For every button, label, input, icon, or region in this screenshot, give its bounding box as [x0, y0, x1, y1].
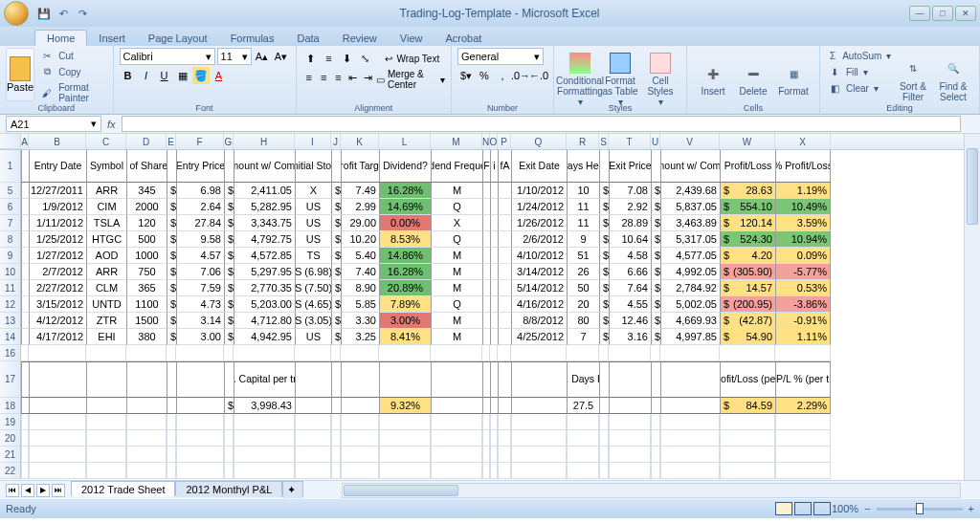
cell[interactable]: [498, 414, 511, 430]
cell[interactable]: 2,770.35: [234, 280, 295, 296]
cell[interactable]: [482, 414, 490, 430]
header-cell[interactable]: Dividend?: [379, 150, 431, 183]
cell[interactable]: [511, 345, 567, 361]
header-cell[interactable]: Days Held: [567, 150, 599, 183]
hscroll-thumb[interactable]: [344, 485, 458, 496]
cell-styles-button[interactable]: Cell Styles▾: [640, 48, 680, 112]
cell[interactable]: [490, 447, 498, 463]
cell[interactable]: [341, 414, 379, 430]
sheet-tab-new[interactable]: ✦: [282, 481, 303, 498]
col-header-M[interactable]: M: [431, 134, 482, 149]
cell[interactable]: $: [651, 280, 660, 296]
cell[interactable]: [482, 313, 490, 329]
cell[interactable]: [660, 430, 720, 447]
summary-label-cell[interactable]: [660, 361, 720, 398]
conditional-formatting-button[interactable]: Conditional Formatting▾: [560, 48, 600, 112]
view-pagebreak-button[interactable]: [813, 502, 831, 515]
header-cell[interactable]: fA: [498, 150, 511, 183]
cell[interactable]: 1500: [126, 313, 167, 329]
cell[interactable]: 9.58: [176, 231, 224, 248]
row-header[interactable]: 22: [0, 463, 21, 479]
cell[interactable]: 2,439.68: [660, 183, 720, 199]
col-header-G[interactable]: G: [224, 134, 234, 149]
header-cell[interactable]: Exit Price: [609, 150, 651, 183]
cell[interactable]: [379, 447, 431, 463]
cell[interactable]: [341, 447, 379, 463]
cell[interactable]: [567, 430, 599, 447]
cell[interactable]: [490, 199, 498, 215]
summary-label-cell[interactable]: [379, 361, 431, 398]
cell[interactable]: [482, 248, 490, 264]
cell[interactable]: 1.19%: [775, 183, 831, 199]
cell[interactable]: 8.90: [341, 280, 379, 296]
zoom-level[interactable]: 100%: [832, 503, 858, 514]
cell[interactable]: [86, 463, 126, 479]
align-center-button[interactable]: ≡: [317, 69, 330, 86]
cell[interactable]: [490, 414, 498, 430]
cell[interactable]: $: [651, 296, 660, 313]
cell[interactable]: 7.40: [341, 264, 379, 280]
row-header[interactable]: 6: [0, 199, 21, 215]
cell[interactable]: [609, 447, 651, 463]
cell[interactable]: 4,992.05: [660, 264, 720, 280]
cell[interactable]: [498, 264, 511, 280]
cell[interactable]: [21, 199, 29, 215]
cell[interactable]: [599, 430, 609, 447]
cell[interactable]: 5,203.00: [234, 296, 295, 313]
cell[interactable]: $: [599, 313, 609, 329]
cell[interactable]: $: [224, 215, 234, 231]
cell[interactable]: ARR: [86, 183, 126, 199]
header-cell[interactable]: [651, 150, 660, 183]
cell[interactable]: 7.89%: [379, 296, 431, 313]
header-cell[interactable]: Profit Target: [341, 150, 379, 183]
cell[interactable]: 10.20: [341, 231, 379, 248]
cell[interactable]: 0.00%: [379, 215, 431, 231]
summary-label-cell[interactable]: [482, 361, 490, 398]
cell[interactable]: 4,997.85: [660, 329, 720, 345]
cell[interactable]: [651, 345, 660, 361]
zoom-slider[interactable]: [877, 508, 963, 511]
cell[interactable]: [490, 215, 498, 231]
cell[interactable]: M: [431, 329, 482, 345]
cell[interactable]: $: [167, 280, 176, 296]
cell[interactable]: [86, 345, 126, 361]
row-header[interactable]: 11: [0, 280, 21, 296]
find-select-button[interactable]: 🔍Find & Select: [933, 48, 973, 112]
header-cell[interactable]: Entry Price: [176, 150, 224, 183]
cell[interactable]: [498, 248, 511, 264]
header-cell[interactable]: [599, 150, 609, 183]
header-cell[interactable]: [21, 150, 29, 183]
tab-review[interactable]: Review: [331, 31, 389, 46]
indent-dec-button[interactable]: ⇤: [346, 69, 360, 86]
cell[interactable]: [379, 414, 431, 430]
paste-button[interactable]: Paste: [6, 48, 34, 101]
cell[interactable]: [167, 430, 176, 447]
cell[interactable]: X: [295, 183, 331, 199]
cell[interactable]: 4.55: [609, 296, 651, 313]
align-bottom-button[interactable]: ⬇: [339, 50, 356, 67]
cell[interactable]: [234, 447, 295, 463]
cell[interactable]: [482, 264, 490, 280]
cell[interactable]: [176, 447, 224, 463]
cell[interactable]: 4,572.85: [234, 248, 295, 264]
cell[interactable]: [86, 430, 126, 447]
cell[interactable]: 14.86%: [379, 248, 431, 264]
align-left-button[interactable]: ≡: [302, 69, 316, 86]
cell[interactable]: [599, 447, 609, 463]
sort-filter-button[interactable]: ⇅Sort & Filter: [893, 48, 933, 112]
cell[interactable]: [21, 463, 29, 479]
cell[interactable]: 3.25: [341, 329, 379, 345]
cell[interactable]: 9.32%: [379, 398, 431, 414]
cell[interactable]: [482, 447, 490, 463]
cell[interactable]: S (6.98): [295, 264, 331, 280]
cell[interactable]: $: [599, 329, 609, 345]
cell[interactable]: M: [431, 264, 482, 280]
cell[interactable]: [498, 430, 511, 447]
cell[interactable]: [224, 447, 234, 463]
redo-icon[interactable]: ↷: [75, 6, 90, 21]
cell[interactable]: CIM: [86, 199, 126, 215]
cell[interactable]: [511, 463, 567, 479]
copy-button[interactable]: ⧉Copy: [38, 64, 106, 79]
cell[interactable]: M: [431, 248, 482, 264]
cell[interactable]: $: [224, 296, 234, 313]
